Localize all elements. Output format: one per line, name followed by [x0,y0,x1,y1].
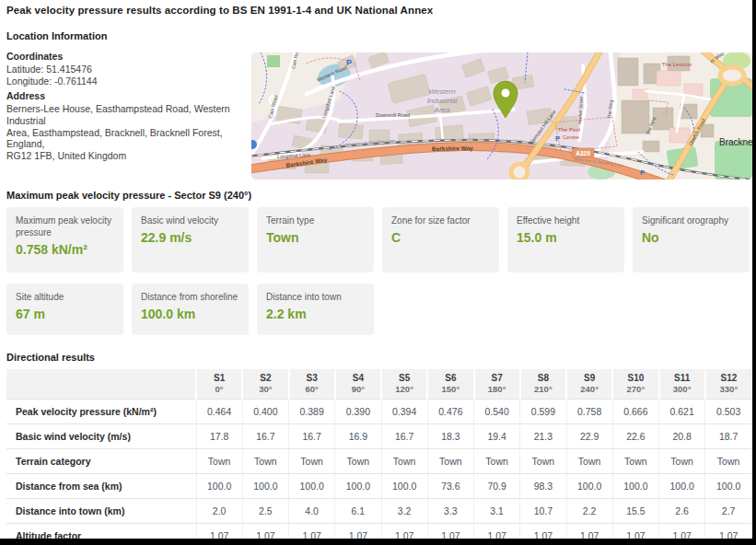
summary-card-max-peak-velocity-pressure: Maximum peak velocity pressure0.758 kN/m… [6,207,123,272]
card-label: Effective height [517,215,615,226]
card-label: Significant orography [642,215,740,226]
table-cell: Town [474,449,520,474]
table-cell: 0.390 [335,400,381,424]
summary-cards-row-1: Maximum peak velocity pressure0.758 kN/m… [6,207,750,272]
table-cell: 1.07 [381,524,427,545]
table-cell: Town [427,449,473,474]
card-value: Town [266,230,365,245]
table-cell: 2.5 [242,499,288,524]
card-label: Basic wind velocity [141,215,239,226]
table-row: Altitude factor1.071.071.071.071.071.071… [6,524,751,545]
table-cell: 1.07 [705,524,751,545]
table-cell: Town [196,449,242,474]
parking-icon: P [640,168,646,177]
table-cell: 10.7 [520,499,566,524]
table-cell: 0.476 [427,400,473,424]
table-cell: 15.5 [612,499,658,524]
table-cell: 16.7 [381,424,427,449]
roundabout [720,67,744,84]
map-canvas[interactable]: Western Industrial Area Cain Road Cain R… [251,52,752,180]
table-cell: 1.07 [196,524,242,545]
summary-card-zone-for-size-factor: Zone for size factorC [382,207,499,272]
parking-icon: P [346,58,352,67]
card-label: Site altitude [16,291,114,303]
area-label: Area [434,106,450,114]
card-label: Distance from shoreline [141,291,239,303]
table-cell: Town [335,449,381,474]
table-cell: 1.07 [659,524,705,545]
table-cell: 100.0 [659,474,705,499]
table-cell: 2.6 [659,499,705,524]
card-label: Zone for size factor [391,215,490,226]
table-cell: 100.0 [196,474,242,499]
table-cell: 1.07 [474,524,520,545]
table-cell: 100.0 [335,474,381,499]
table-cell: 1.07 [289,524,335,545]
area-label: Western [428,87,456,96]
card-value: 22.9 m/s [141,230,239,245]
poi-label: Centre [563,134,580,140]
table-cell: Town [612,449,658,474]
table-header-row: S10°S230°S360°S490°S5120°S6150°S7180°S82… [6,369,751,400]
table-cell: 2.7 [705,499,751,524]
row-label: Terrain category [6,449,196,474]
table-cell: 17.8 [196,424,242,449]
card-label: Terrain type [266,215,365,226]
table-cell: 3.2 [381,499,427,524]
card-value: 100.0 km [141,307,239,321]
card-value: 0.758 kN/m² [16,242,114,257]
row-label: Basic wind velocity (m/s) [6,424,196,449]
svg-text:A329: A329 [576,150,590,157]
col-header-S9: S9240° [566,369,612,400]
longitude-value: Longitude: -0.761144 [6,75,97,87]
table-cell: 0.758 [566,400,612,424]
table-cell: 3.3 [427,499,473,524]
summary-card-significant-orography: Significant orographyNo [633,207,750,272]
area-label: Industrial [427,97,458,105]
table-cell: Town [381,449,427,474]
col-header-S5: S5120° [381,369,427,400]
table-corner [6,369,196,400]
town-label: Bracknell [719,137,752,147]
table-cell: 98.3 [520,474,566,499]
table-cell: 100.0 [289,474,335,499]
card-value: C [391,230,490,245]
table-cell: 0.394 [381,400,427,424]
table-cell: Town [566,449,612,474]
col-header-S10: S10270° [612,369,658,400]
table-row: Basic wind velocity (m/s)17.816.716.716.… [6,424,751,449]
table-cell: 22.9 [566,424,612,449]
table-row: Distance into town (km)2.02.54.06.13.23.… [6,499,751,524]
col-header-S4: S490° [335,369,381,400]
address-label: Address [6,90,248,101]
table-cell: 0.389 [289,400,335,424]
road-label: Downmill Road [376,112,410,118]
table-row: Distance from sea (km)100.0100.0100.0100… [6,474,751,499]
table-cell: 0.503 [705,400,751,424]
summary-card-distance-from-shoreline: Distance from shoreline100.0 km [132,284,249,335]
table-cell: 16.9 [335,424,381,449]
card-value: 2.2 km [266,307,365,321]
table-cell: 0.400 [242,400,288,424]
table-cell: 0.666 [612,400,658,424]
col-header-S1: S10° [196,369,242,400]
location-section-heading: Location Information [6,30,107,41]
table-cell: 100.0 [381,474,427,499]
row-label: Distance from sea (km) [6,474,196,499]
summary-section-heading: Maximum peak velocity pressure - Sector … [6,190,251,201]
card-label: Distance into town [266,291,365,303]
table-cell: 100.0 [612,474,658,499]
col-header-S12: S12330° [705,369,751,400]
green-patch [267,55,280,67]
table-cell: Town [289,449,335,474]
poi-label: The Lexicon [662,62,692,67]
card-value: 15.0 m [517,230,615,245]
table-cell: 18.3 [427,424,473,449]
coordinates-label: Coordinates [6,51,97,62]
address-line: RG12 1FB, United Kingdom [6,150,248,162]
card-value: 67 m [16,307,114,321]
table-cell: 16.7 [289,424,335,449]
table-cell: 100.0 [705,474,751,499]
table-cell: 0.464 [196,400,242,424]
table-cell: 2.2 [566,499,612,524]
